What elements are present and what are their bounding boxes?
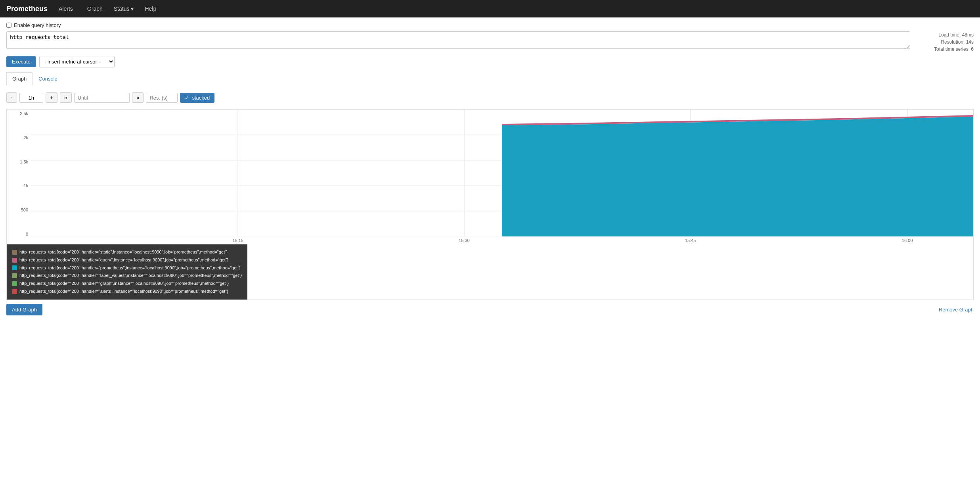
legend-item: http_requests_total{code="200",handler="… (12, 264, 242, 272)
y-label-1500: 1.5k (20, 159, 28, 164)
x-label-1515: 15:15 (232, 238, 243, 243)
execute-button[interactable]: Execute (6, 56, 36, 67)
legend-color-swatch (12, 273, 17, 278)
res-input[interactable] (146, 93, 178, 103)
x-label-1600: 16:00 (902, 238, 913, 243)
chevron-down-icon: ▾ (131, 6, 134, 12)
bottom-actions: Add Graph Remove Graph (6, 300, 974, 319)
legend-label: http_requests_total{code="200",handler="… (19, 248, 228, 256)
navbar: Prometheus Alerts Graph Status ▾ Help (0, 0, 980, 17)
chart-inner: 2.5k 2k 1.5k 1k 500 0 (7, 109, 973, 244)
y-label-0: 0 (26, 232, 28, 236)
forward-button[interactable]: » (132, 92, 144, 103)
query-history-checkbox[interactable] (6, 23, 11, 28)
until-input[interactable] (74, 93, 130, 103)
legend-color-swatch (12, 258, 17, 263)
tab-console[interactable]: Console (33, 72, 63, 85)
chart-plot (31, 109, 973, 236)
tabs: Graph Console (6, 72, 974, 85)
legend-color-swatch (12, 250, 17, 255)
nav-help[interactable]: Help (142, 4, 159, 13)
nav-graph[interactable]: Graph (84, 4, 106, 13)
x-label-1545: 15:45 (685, 238, 696, 243)
legend-item: http_requests_total{code="200",handler="… (12, 272, 242, 280)
y-label-1000: 1k (23, 183, 28, 188)
chart-container: 2.5k 2k 1.5k 1k 500 0 (6, 109, 974, 300)
chart-area-main (502, 117, 973, 236)
nav-status-dropdown[interactable]: Status ▾ (114, 6, 134, 12)
legend-item: http_requests_total{code="200",handler="… (12, 288, 242, 296)
legend-color-swatch (12, 265, 17, 270)
legend-color-swatch (12, 289, 17, 294)
legend-label: http_requests_total{code="200",handler="… (19, 272, 242, 280)
resolution: Resolution: 14s (915, 38, 974, 46)
y-label-2500: 2.5k (20, 111, 28, 116)
legend-item: http_requests_total{code="200",handler="… (12, 256, 242, 264)
back-button[interactable]: « (60, 92, 72, 103)
legend-label: http_requests_total{code="200",handler="… (19, 288, 228, 296)
y-label-2000: 2k (23, 135, 28, 140)
legend-item: http_requests_total{code="200",handler="… (12, 248, 242, 256)
chart-svg (31, 109, 973, 236)
main-content: Enable query history http_requests_total… (0, 17, 980, 323)
query-history-row: Enable query history (6, 22, 974, 28)
load-time: Load time: 48ms (915, 31, 974, 38)
zoom-in-button[interactable]: + (46, 92, 57, 103)
legend-label: http_requests_total{code="200",handler="… (19, 264, 241, 272)
navbar-brand[interactable]: Prometheus (6, 5, 48, 13)
chart-legend: http_requests_total{code="200",handler="… (7, 244, 247, 300)
add-graph-button[interactable]: Add Graph (6, 304, 42, 315)
check-icon (185, 95, 190, 101)
execute-row: Execute - insert metric at cursor - (6, 56, 974, 67)
remove-graph-button[interactable]: Remove Graph (939, 307, 974, 313)
tab-graph[interactable]: Graph (6, 72, 33, 85)
nav-alerts[interactable]: Alerts (56, 4, 76, 13)
legend-label: http_requests_total{code="200",handler="… (19, 280, 229, 288)
y-label-500: 500 (21, 207, 28, 212)
y-axis: 2.5k 2k 1.5k 1k 500 0 (7, 109, 31, 236)
query-history-label[interactable]: Enable query history (14, 22, 61, 28)
zoom-out-button[interactable]: - (6, 92, 17, 103)
total-series: Total time series: 6 (915, 46, 974, 53)
range-input[interactable] (19, 93, 43, 103)
query-input[interactable]: http_requests_total (6, 31, 910, 49)
query-row: http_requests_total Load time: 48ms Reso… (6, 31, 974, 53)
insert-metric-select[interactable]: - insert metric at cursor - (39, 56, 115, 67)
load-info: Load time: 48ms Resolution: 14s Total ti… (910, 31, 974, 53)
legend-color-swatch (12, 281, 17, 286)
x-label-1530: 15:30 (459, 238, 470, 243)
legend-label: http_requests_total{code="200",handler="… (19, 256, 228, 264)
legend-item: http_requests_total{code="200",handler="… (12, 280, 242, 288)
graph-controls: - + « » stacked (6, 90, 974, 105)
x-labels: 15:15 15:30 15:45 16:00 (31, 236, 973, 244)
stacked-button[interactable]: stacked (180, 93, 214, 103)
